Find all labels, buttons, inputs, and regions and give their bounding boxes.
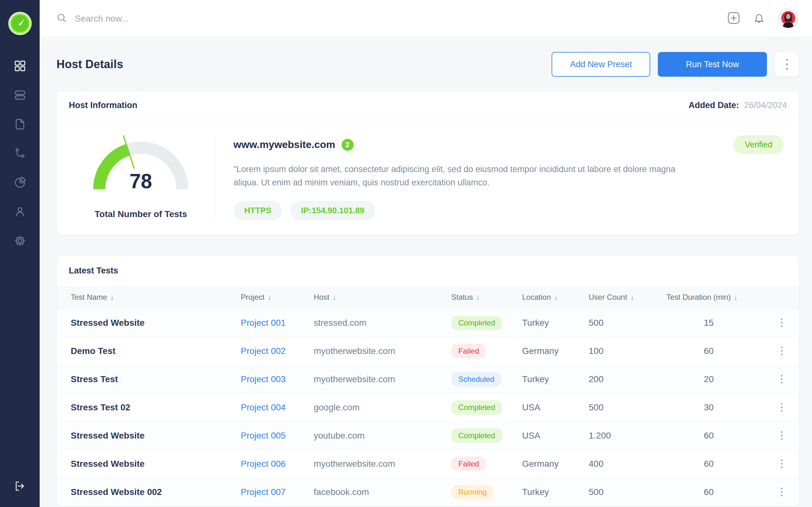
- cell-status: Scheduled: [451, 372, 522, 387]
- column-location[interactable]: Location↓: [522, 293, 589, 302]
- gauge-label: Total Number of Tests: [95, 209, 187, 219]
- cell-location: Turkey: [522, 374, 589, 384]
- user-icon: [14, 206, 26, 219]
- row-menu-button[interactable]: [778, 456, 785, 471]
- cell-user-count: 100: [589, 346, 666, 356]
- search-input[interactable]: [75, 14, 265, 24]
- status-badge: Failed: [451, 457, 486, 471]
- cell-user-count: 1.200: [589, 431, 666, 441]
- ip-tag: IP:154.90.101.89: [290, 201, 375, 220]
- cell-duration: 30: [666, 402, 762, 412]
- sidebar-nav: [14, 60, 26, 248]
- cell-status: Failed: [451, 457, 522, 471]
- column-test-duration[interactable]: Test Duration (min)↓: [666, 293, 762, 302]
- kebab-icon: [781, 402, 782, 412]
- project-link[interactable]: Project 001: [241, 318, 314, 328]
- project-link[interactable]: Project 004: [241, 402, 314, 412]
- pie-chart-icon: [14, 176, 26, 190]
- column-user-count[interactable]: User Count↓: [589, 293, 666, 302]
- table-header: Test Name↓ Project↓ Host↓ Status↓ Locati…: [57, 286, 799, 308]
- column-status[interactable]: Status↓: [451, 293, 522, 302]
- table-row: Stressed Website Project 006 myotherwebs…: [57, 450, 799, 478]
- add-square-icon: [727, 11, 740, 26]
- search-bar: [56, 13, 727, 25]
- cell-duration: 60: [666, 346, 762, 356]
- row-menu-button[interactable]: [778, 315, 785, 331]
- cell-location: Turkey: [522, 318, 589, 328]
- column-host[interactable]: Host↓: [314, 293, 451, 302]
- main-area: Host Details Add New Preset Run Test Now…: [40, 0, 812, 507]
- cell-test-name: Stress Test 02: [71, 402, 241, 412]
- cell-location: Germany: [522, 459, 589, 469]
- host-information-title: Host Information: [69, 101, 137, 110]
- sidebar-item-profile[interactable]: [14, 206, 26, 219]
- sort-arrow-icon: ↓: [333, 293, 336, 302]
- cell-test-name: Stressed Website: [71, 318, 241, 328]
- sidebar: [0, 0, 40, 507]
- cell-test-name: Stress Test: [71, 374, 241, 384]
- cell-user-count: 500: [589, 402, 666, 412]
- row-menu-button[interactable]: [778, 372, 785, 387]
- cell-host: google.com: [314, 402, 451, 412]
- project-link[interactable]: Project 002: [241, 346, 314, 356]
- row-menu-button[interactable]: [778, 428, 785, 443]
- kebab-icon: [781, 374, 782, 384]
- cell-location: USA: [522, 431, 589, 441]
- added-date-label: Added Date:: [689, 101, 739, 110]
- status-badge: Completed: [451, 429, 502, 443]
- project-link[interactable]: Project 005: [241, 431, 314, 441]
- table-row: Stressed Website 002 Project 007 faceboo…: [57, 478, 799, 506]
- kebab-icon: [781, 458, 782, 469]
- cell-user-count: 500: [589, 318, 666, 328]
- add-new-button[interactable]: [727, 11, 740, 26]
- document-icon: [14, 118, 26, 131]
- project-link[interactable]: Project 007: [241, 487, 314, 497]
- table-body: Stressed Website Project 001 stressed.co…: [57, 308, 799, 506]
- sidebar-item-dashboard[interactable]: [14, 60, 26, 73]
- project-link[interactable]: Project 003: [241, 374, 314, 384]
- search-icon[interactable]: [56, 13, 67, 25]
- speedometer-logo[interactable]: [8, 11, 32, 36]
- project-link[interactable]: Project 006: [241, 459, 314, 469]
- sort-arrow-icon: ↓: [630, 293, 634, 302]
- page-menu-button[interactable]: [774, 52, 799, 77]
- status-badge: Running: [451, 485, 494, 499]
- sort-arrow-icon: ↓: [554, 293, 558, 302]
- row-menu-button[interactable]: [778, 343, 785, 359]
- topbar-actions: [727, 8, 799, 29]
- cell-duration: 60: [666, 431, 762, 441]
- app-root: Host Details Add New Preset Run Test Now…: [0, 0, 812, 507]
- host-description: "Lorem ipsum dolor sit amet, consectetur…: [234, 163, 697, 189]
- status-badge: Scheduled: [451, 372, 501, 387]
- sidebar-item-settings[interactable]: [14, 235, 26, 248]
- table-row: Stress Test Project 003 myotherwebsite.c…: [57, 365, 799, 393]
- notifications-button[interactable]: [752, 11, 766, 26]
- avatar[interactable]: [778, 8, 799, 29]
- cell-status: Completed: [451, 316, 522, 330]
- host-information-card: Host Information Added Date: 26/04/2024: [56, 91, 799, 235]
- cell-user-count: 400: [589, 459, 666, 469]
- cell-status: Failed: [451, 344, 522, 358]
- row-menu-button[interactable]: [778, 400, 785, 415]
- add-new-preset-button[interactable]: Add New Preset: [552, 52, 650, 77]
- latest-tests-card: Latest Tests Test Name↓ Project↓ Host↓ S…: [56, 256, 799, 506]
- cell-host: myotherwebsite.com: [314, 374, 451, 384]
- kebab-icon: [786, 58, 788, 71]
- column-test-name[interactable]: Test Name↓: [71, 293, 241, 302]
- sidebar-item-documents[interactable]: [14, 118, 26, 131]
- latest-tests-title: Latest Tests: [69, 266, 787, 276]
- https-tag: HTTPS: [234, 201, 282, 220]
- status-badge: Failed: [451, 344, 486, 358]
- sidebar-item-connections[interactable]: [14, 148, 26, 160]
- row-menu-button[interactable]: [778, 484, 785, 500]
- logout-button[interactable]: [0, 480, 40, 494]
- cell-test-name: Demo Test: [71, 346, 241, 356]
- page-actions: Add New Preset Run Test Now: [552, 52, 799, 77]
- column-project[interactable]: Project↓: [241, 293, 314, 302]
- sidebar-item-servers[interactable]: [14, 89, 26, 102]
- run-test-now-button[interactable]: Run Test Now: [658, 52, 767, 77]
- sidebar-item-analytics[interactable]: [14, 177, 26, 189]
- cell-duration: 20: [666, 374, 762, 384]
- added-date-value: 26/04/2024: [744, 101, 787, 110]
- cell-duration: 15: [666, 318, 762, 328]
